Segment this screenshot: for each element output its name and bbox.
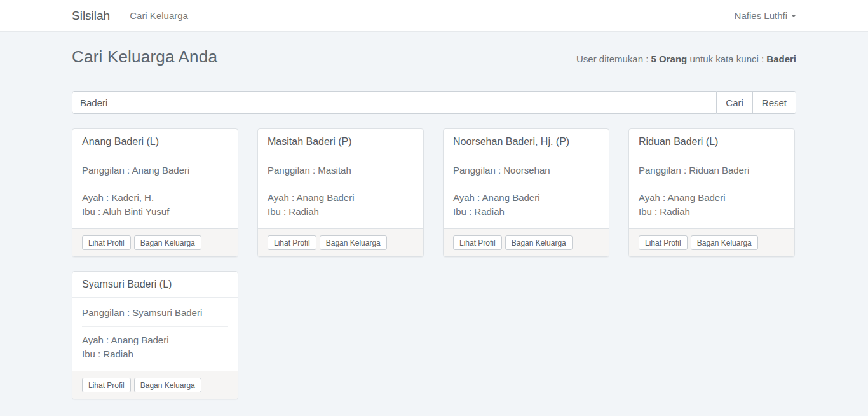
search-results-grid: Anang Baderi (L) Panggilan : Anang Bader… (72, 128, 796, 399)
page-title: Cari Keluarga Anda (72, 47, 217, 67)
person-card-footer: Lihat Profil Bagan Keluarga (258, 228, 423, 256)
person-nickname: Panggilan : Masitah (268, 163, 414, 177)
person-card-title: Riduan Baderi (L) (629, 129, 794, 155)
person-nickname: Panggilan : Syamsuri Baderi (82, 306, 228, 320)
family-chart-button[interactable]: Bagan Keluarga (134, 378, 201, 392)
person-card-footer: Lihat Profil Bagan Keluarga (444, 228, 609, 256)
person-card-footer: Lihat Profil Bagan Keluarga (629, 228, 794, 256)
person-card-body: Panggilan : Noorsehan Ayah : Anang Bader… (444, 155, 609, 228)
person-father: Ayah : Anang Baderi (453, 191, 599, 205)
result-summary-prefix: User ditemukan : (576, 53, 651, 64)
divider (639, 184, 785, 184)
divider (82, 326, 228, 327)
nav-item-cari-keluarga[interactable]: Cari Keluarga (130, 10, 188, 21)
person-father: Ayah : Kaderi, H. (82, 191, 228, 205)
person-card: Anang Baderi (L) Panggilan : Anang Bader… (72, 128, 238, 257)
view-profile-button[interactable]: Lihat Profil (639, 235, 688, 250)
caret-down-icon (791, 15, 796, 17)
search-reset-button[interactable]: Reset (753, 91, 796, 114)
person-mother: Ibu : Radiah (639, 205, 785, 219)
person-card: Riduan Baderi (L) Panggilan : Riduan Bad… (628, 128, 795, 257)
view-profile-button[interactable]: Lihat Profil (268, 235, 316, 250)
person-card-footer: Lihat Profil Bagan Keluarga (72, 228, 238, 256)
person-card-footer: Lihat Profil Bagan Keluarga (72, 371, 238, 399)
person-card-body: Panggilan : Riduan Baderi Ayah : Anang B… (629, 155, 794, 228)
divider (268, 184, 414, 184)
main-content: Cari Keluarga Anda User ditemukan : 5 Or… (72, 47, 796, 399)
result-summary-middle: untuk kata kunci : (687, 53, 766, 64)
person-card-body: Panggilan : Anang Baderi Ayah : Kaderi, … (72, 155, 238, 228)
view-profile-button[interactable]: Lihat Profil (453, 235, 502, 250)
person-father: Ayah : Anang Baderi (82, 333, 228, 347)
result-keyword: Baderi (766, 53, 796, 64)
person-nickname: Panggilan : Anang Baderi (82, 163, 228, 177)
person-mother: Ibu : Radiah (268, 205, 414, 219)
brand-link[interactable]: Silsilah (72, 9, 110, 23)
person-card-title: Masitah Baderi (P) (258, 129, 423, 155)
view-profile-button[interactable]: Lihat Profil (82, 235, 131, 250)
person-card-title: Noorsehan Baderi, Hj. (P) (444, 129, 609, 155)
person-mother: Ibu : Radiah (82, 347, 228, 361)
navbar: Silsilah Cari Keluarga Nafies Luthfi (0, 0, 868, 32)
search-input[interactable] (72, 91, 717, 114)
search-submit-button[interactable]: Cari (717, 91, 753, 114)
person-card-title: Syamsuri Baderi (L) (72, 272, 238, 298)
family-chart-button[interactable]: Bagan Keluarga (134, 235, 201, 250)
person-mother: Ibu : Aluh Binti Yusuf (82, 205, 228, 219)
person-card-body: Panggilan : Masitah Ayah : Anang Baderi … (258, 155, 423, 228)
page-header: Cari Keluarga Anda User ditemukan : 5 Or… (72, 47, 796, 74)
person-nickname: Panggilan : Noorsehan (453, 163, 599, 177)
family-chart-button[interactable]: Bagan Keluarga (691, 235, 758, 250)
person-card-title: Anang Baderi (L) (72, 129, 238, 155)
person-card-body: Panggilan : Syamsuri Baderi Ayah : Anang… (72, 298, 238, 371)
search-form: Cari Reset (72, 91, 796, 114)
family-chart-button[interactable]: Bagan Keluarga (320, 235, 387, 250)
person-card: Noorsehan Baderi, Hj. (P) Panggilan : No… (443, 128, 609, 257)
family-chart-button[interactable]: Bagan Keluarga (505, 235, 573, 250)
person-mother: Ibu : Radiah (453, 205, 599, 219)
result-count: 5 Orang (651, 53, 688, 64)
result-summary: User ditemukan : 5 Orang untuk kata kunc… (576, 53, 796, 67)
person-father: Ayah : Anang Baderi (268, 191, 414, 205)
person-card: Syamsuri Baderi (L) Panggilan : Syamsuri… (72, 271, 238, 399)
divider (453, 184, 599, 184)
divider (82, 184, 228, 184)
person-nickname: Panggilan : Riduan Baderi (639, 163, 785, 177)
person-father: Ayah : Anang Baderi (639, 191, 785, 205)
user-menu-dropdown[interactable]: Nafies Luthfi (735, 10, 796, 21)
user-menu-label: Nafies Luthfi (735, 10, 787, 21)
person-card: Masitah Baderi (P) Panggilan : Masitah A… (257, 128, 424, 257)
view-profile-button[interactable]: Lihat Profil (82, 378, 131, 392)
